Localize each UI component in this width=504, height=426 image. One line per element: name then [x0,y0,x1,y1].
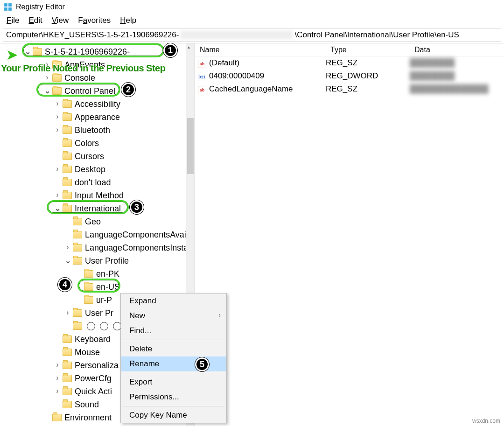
tree-label: PowerCfg [75,374,112,384]
chevron-right-icon[interactable] [44,73,50,82]
cm-rename[interactable]: Rename [121,356,226,371]
folder-icon [84,270,93,278]
tree-label: Console [64,73,95,83]
address-bar[interactable]: Computer\HKEY_USERS\S-1-5-21-1906969226-… [3,28,501,42]
folder-icon [73,257,82,265]
tree-label: Bluetooth [75,126,110,135]
scroll-up-icon[interactable]: ▴ [188,44,190,49]
value-data-blurred: ██████████████ [410,84,504,94]
tree-label: User Profile [85,256,129,266]
folder-icon [63,100,72,108]
folder-icon [63,192,72,199]
folder-icon [73,231,82,238]
menu-view[interactable]: View [47,16,74,25]
value-data-blurred: ████████ [410,58,504,68]
folder-icon [84,296,93,304]
callout-badge-5: 5 [195,357,209,371]
scrollbar-thumb[interactable] [187,118,194,174]
value-type: REG_DWORD [326,71,410,81]
main-split: S-1-5-21-1906969226- AppEvents Console C… [0,43,504,426]
menu-edit[interactable]: Edit [24,16,47,25]
tree-langavail[interactable]: LanguageComponentsAvail [0,228,195,241]
chevron-right-icon[interactable] [64,243,71,251]
tree-dontload[interactable]: don't load [0,176,195,189]
list-header[interactable]: Name Type Data [195,43,504,56]
svg-rect-3 [8,7,12,11]
chevron-down-icon[interactable] [64,256,71,265]
dword-value-icon: 011 [198,73,206,81]
tree-cursors[interactable]: Cursors [0,150,195,163]
tree-geo[interactable]: Geo [0,215,195,228]
folder-icon [52,74,62,82]
tree-colors[interactable]: Colors [0,137,195,150]
tree-accessibility[interactable]: Accessibility [0,98,195,111]
menu-file[interactable]: File [2,16,24,25]
cm-permissions[interactable]: Permissions... [121,390,226,405]
tree-langinst[interactable]: LanguageComponentsInsta [0,241,195,254]
string-value-icon: ab [198,86,206,94]
value-type: REG_SZ [326,84,410,94]
tree-bluetooth[interactable]: Bluetooth [0,124,195,137]
tree-desktop[interactable]: Desktop [0,163,195,176]
tree-appearance[interactable]: Appearance [0,111,195,124]
folder-icon [63,166,72,173]
col-header-name[interactable]: Name [195,46,326,54]
cm-find[interactable]: Find... [121,323,226,338]
cm-copykey[interactable]: Copy Key Name [121,408,226,423]
value-name: 0409:00000409 [209,71,264,80]
menu-help[interactable]: Help [115,16,141,25]
regedit-icon [4,3,12,11]
tree-label: Input Method [75,191,124,201]
cm-export[interactable]: Export [121,375,226,390]
chevron-right-icon[interactable] [54,374,61,382]
menu-favorites[interactable]: Favorites [73,16,115,25]
tree-userprofile[interactable]: User Profile [0,254,195,267]
tree-label: Sound [75,400,99,410]
svg-rect-0 [4,3,7,7]
col-header-data[interactable]: Data [410,46,504,54]
value-data-blurred: ████████ [410,71,504,81]
chevron-right-icon[interactable] [54,112,61,121]
folder-icon [63,335,72,343]
watermark: wsxdn.com [472,418,500,424]
chevron-right-icon[interactable] [54,165,61,173]
globe-icon [87,322,95,330]
chevron-right-icon[interactable] [64,308,71,317]
chevron-right-icon[interactable] [54,361,61,369]
folder-icon [63,140,72,147]
globe-icon [100,322,108,330]
chevron-right-icon[interactable] [54,99,61,108]
chevron-right-icon[interactable] [54,191,61,199]
menubar[interactable]: File Edit View Favorites Help [0,14,504,27]
cm-expand[interactable]: Expand [121,293,226,308]
tree-label: don't load [75,178,111,188]
window-title: Registry Editor [16,3,65,11]
context-menu[interactable]: Expand New Find... Delete Rename Export … [120,293,227,423]
chevron-right-icon[interactable] [54,387,61,395]
value-type: REG_SZ [326,58,410,68]
folder-icon [63,113,72,121]
values-pane[interactable]: Name Type Data ab(Default) REG_SZ ██████… [195,43,504,426]
cm-delete[interactable]: Delete [121,342,226,356]
list-row[interactable]: abCachedLanguageName REG_SZ ████████████… [195,83,504,96]
list-row[interactable]: ab(Default) REG_SZ ████████ [195,56,504,70]
cm-new[interactable]: New [121,308,226,323]
tree-label: Personaliza [75,361,119,370]
tree-label: Quick Acti [75,387,112,397]
tree-label: Environment [64,413,112,423]
chevron-right-icon[interactable] [54,126,61,134]
tree-label: Cursors [75,152,104,161]
tree-label: Colors [75,139,99,148]
folder-icon [73,244,82,251]
folder-icon [73,218,82,225]
callout-box-1 [22,43,164,57]
folder-icon [63,126,72,134]
tree-label: User Pr [85,308,113,318]
folder-icon [63,153,72,160]
string-value-icon: ab [198,60,206,68]
col-header-type[interactable]: Type [326,46,410,54]
cm-separator [123,373,224,373]
tree-label: Mouse [75,348,100,357]
folder-icon [63,388,72,395]
list-row[interactable]: 0110409:00000409 REG_DWORD ████████ [195,70,504,83]
